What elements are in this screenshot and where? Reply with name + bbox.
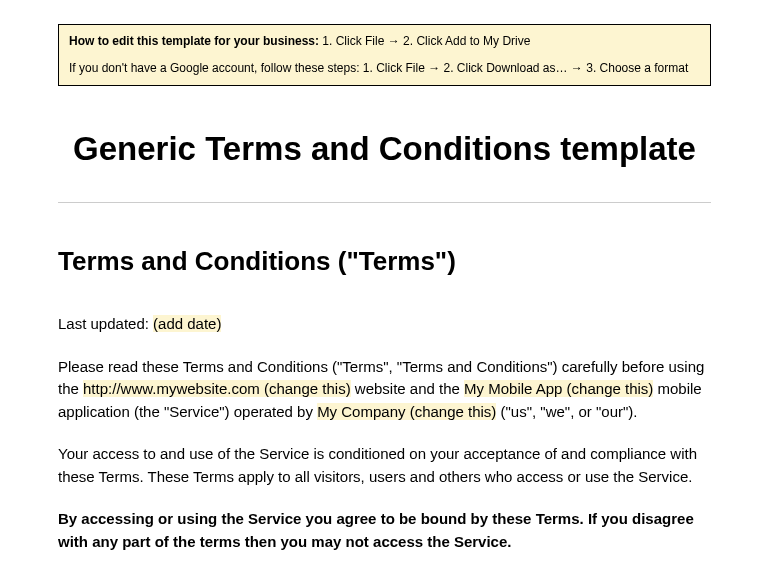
instructions-line-1-text: 1. Click File → 2. Click Add to My Drive bbox=[319, 34, 530, 48]
agreement-paragraph: By accessing or using the Service you ag… bbox=[58, 508, 711, 553]
last-updated-line: Last updated: (add date) bbox=[58, 313, 711, 336]
intro-text-2: website and the bbox=[351, 380, 464, 397]
placeholder-website-url: http://www.mywebsite.com (change this) bbox=[83, 380, 351, 397]
last-updated-label: Last updated: bbox=[58, 315, 153, 332]
intro-paragraph: Please read these Terms and Conditions (… bbox=[58, 356, 711, 424]
placeholder-app-name: My Mobile App (change this) bbox=[464, 380, 653, 397]
intro-text-4: ("us", "we", or "our"). bbox=[496, 403, 637, 420]
document-title: Generic Terms and Conditions template bbox=[58, 126, 711, 172]
edit-instructions-box: How to edit this template for your busin… bbox=[58, 24, 711, 86]
instructions-bold-label: How to edit this template for your busin… bbox=[69, 34, 319, 48]
placeholder-date: (add date) bbox=[153, 315, 221, 332]
title-divider bbox=[58, 202, 711, 203]
placeholder-company-name: My Company (change this) bbox=[317, 403, 496, 420]
instructions-line-1: How to edit this template for your busin… bbox=[69, 33, 700, 50]
document-subtitle: Terms and Conditions ("Terms") bbox=[58, 243, 711, 279]
access-paragraph: Your access to and use of the Service is… bbox=[58, 443, 711, 488]
instructions-line-2: If you don't have a Google account, foll… bbox=[69, 60, 700, 77]
